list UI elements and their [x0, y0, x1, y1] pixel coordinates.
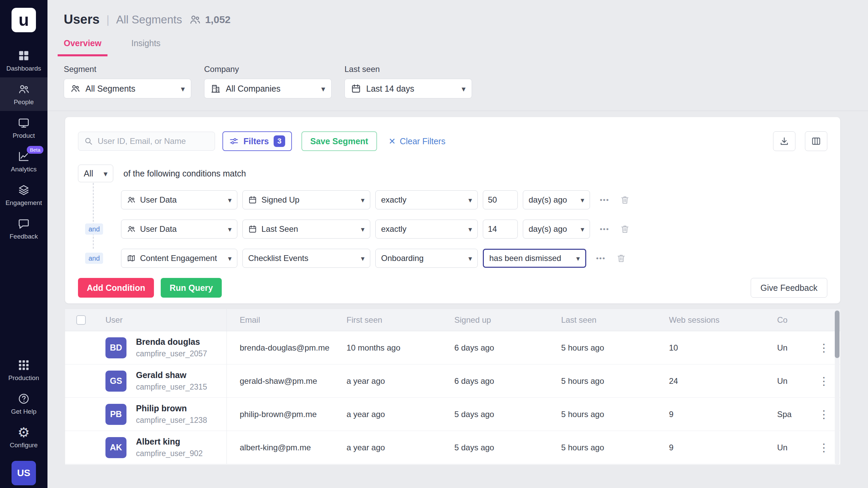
condition-source-select[interactable]: User Data: [121, 190, 237, 209]
tab-overview[interactable]: Overview: [58, 38, 107, 56]
web-sessions: 9: [669, 410, 777, 419]
column-user: User: [105, 309, 227, 331]
people-icon: [127, 195, 136, 204]
production-icon: [18, 359, 30, 371]
people-icon: [18, 83, 30, 95]
condition-state-select[interactable]: has been dismissed: [483, 249, 586, 268]
condition-delete-button[interactable]: [620, 195, 630, 205]
filters-count-badge: 3: [274, 135, 285, 147]
first-seen: a year ago: [347, 443, 454, 452]
last-seen-filter-group: Last seen Last 14 days: [344, 64, 472, 98]
first-seen: a year ago: [347, 410, 454, 419]
column-first-seen: First seen: [347, 315, 454, 325]
condition-field-select[interactable]: Last Seen: [242, 220, 370, 239]
condition-source-select[interactable]: User Data: [121, 220, 237, 239]
add-condition-button[interactable]: Add Condition: [78, 278, 154, 298]
user-name: Philip brown: [136, 403, 207, 413]
condition-delete-button[interactable]: [620, 224, 630, 234]
dashboards-icon: [18, 50, 30, 62]
condition-field-select[interactable]: Checklist Events: [242, 249, 370, 268]
condition-field-select[interactable]: Signed Up: [242, 190, 370, 209]
chevron-down-icon: [580, 224, 584, 234]
run-query-button[interactable]: Run Query: [161, 278, 222, 298]
sidebar-nav: Dashboards People Product Beta Analytics…: [0, 44, 47, 245]
condition-more-button[interactable]: [600, 196, 609, 204]
tab-insights[interactable]: Insights: [125, 38, 166, 56]
sidebar-item-people[interactable]: People: [0, 77, 47, 111]
give-feedback-button[interactable]: Give Feedback: [751, 278, 827, 298]
chevron-down-icon: [321, 84, 325, 94]
app-logo[interactable]: u: [12, 8, 36, 32]
last-seen-filter-label: Last seen: [344, 64, 472, 74]
sidebar-item-production[interactable]: Production: [0, 353, 47, 387]
condition-source-select[interactable]: Content Engagement: [121, 249, 237, 268]
condition-operator-select[interactable]: Onboarding: [375, 249, 478, 268]
user-name: Gerald shaw: [136, 370, 207, 380]
clear-filters-button[interactable]: Clear Filters: [389, 136, 446, 146]
condition-unit-select[interactable]: day(s) ago: [523, 220, 590, 239]
search-icon: [84, 136, 93, 146]
user-count-wrap: 1,052: [189, 14, 231, 26]
filters-button[interactable]: Filters 3: [222, 131, 292, 151]
web-sessions: 24: [669, 376, 777, 386]
web-sessions: 9: [669, 443, 777, 452]
user-email: brenda-douglas@pm.me: [227, 343, 347, 353]
condition-delete-button[interactable]: [616, 253, 626, 263]
table-row[interactable]: BD Brenda douglas campfire_user_2057 bre…: [65, 331, 840, 364]
export-button[interactable]: [773, 131, 795, 151]
table-row[interactable]: GS Gerald shaw campfire_user_2315 gerald…: [65, 364, 840, 398]
condition-value-input[interactable]: [483, 220, 518, 239]
search-input[interactable]: [98, 136, 209, 146]
column-last-seen: Last seen: [561, 315, 669, 325]
condition-value-input[interactable]: [483, 190, 518, 209]
user-id: campfire_user_902: [136, 449, 203, 458]
tabs: Overview Insights: [47, 38, 868, 56]
sidebar-item-configure[interactable]: Configure: [0, 420, 47, 454]
columns-button[interactable]: [805, 131, 827, 151]
sidebar-item-analytics[interactable]: Beta Analytics: [0, 145, 47, 178]
select-all-checkbox[interactable]: [76, 315, 86, 325]
sidebar-item-dashboards[interactable]: Dashboards: [0, 44, 47, 77]
last-seen-filter-select[interactable]: Last 14 days: [344, 79, 472, 98]
user-cell: BD Brenda douglas campfire_user_2057: [105, 331, 227, 364]
segment-filter-group: Segment All Segments: [64, 64, 191, 98]
avatar: AK: [105, 437, 126, 458]
table-row[interactable]: AK Albert king campfire_user_902 albert-…: [65, 431, 840, 464]
match-selector[interactable]: All: [78, 165, 113, 182]
sidebar-item-feedback[interactable]: Feedback: [0, 212, 47, 245]
table-scrollbar[interactable]: [835, 309, 840, 465]
people-count-icon: [189, 14, 201, 26]
signed-up: 5 days ago: [454, 443, 561, 452]
segment-filter-select[interactable]: All Segments: [64, 79, 191, 98]
first-seen: a year ago: [347, 376, 454, 386]
page-title: Users: [64, 12, 100, 27]
condition-unit-select[interactable]: day(s) ago: [523, 190, 590, 209]
conditions-list: User Data Signed Up exactly day(s): [78, 190, 827, 268]
condition-more-button[interactable]: [600, 225, 609, 233]
chevron-down-icon: [228, 254, 232, 263]
company-filter-select[interactable]: All Companies: [204, 79, 332, 98]
table-row[interactable]: PB Philip brown campfire_user_1238 phili…: [65, 398, 840, 431]
sidebar-item-engagement[interactable]: Engagement: [0, 178, 47, 212]
chevron-down-icon: [461, 84, 466, 94]
user-email: albert-king@pm.me: [227, 443, 347, 452]
sidebar: u Dashboards People Product Beta Analyti…: [0, 0, 47, 488]
user-name: Brenda douglas: [136, 337, 207, 347]
company-icon: [211, 83, 221, 94]
user-cell: AK Albert king campfire_user_902: [105, 431, 227, 464]
web-sessions: 10: [669, 343, 777, 353]
save-segment-button[interactable]: Save Segment: [301, 131, 377, 151]
feedback-icon: [18, 218, 30, 230]
sidebar-item-product[interactable]: Product: [0, 111, 47, 145]
condition-operator-select[interactable]: exactly: [375, 190, 478, 209]
condition-more-button[interactable]: [596, 254, 606, 262]
company-filter-group: Company All Companies: [204, 64, 332, 98]
scrollbar-thumb[interactable]: [835, 311, 840, 358]
signed-up: 6 days ago: [454, 376, 561, 386]
user-avatar[interactable]: US: [12, 461, 36, 485]
sidebar-item-get-help[interactable]: Get Help: [0, 387, 47, 420]
user-email: gerald-shaw@pm.me: [227, 376, 347, 386]
app-root: u Dashboards People Product Beta Analyti…: [0, 0, 868, 488]
condition-operator-select[interactable]: exactly: [375, 220, 478, 239]
chevron-down-icon: [468, 195, 472, 205]
